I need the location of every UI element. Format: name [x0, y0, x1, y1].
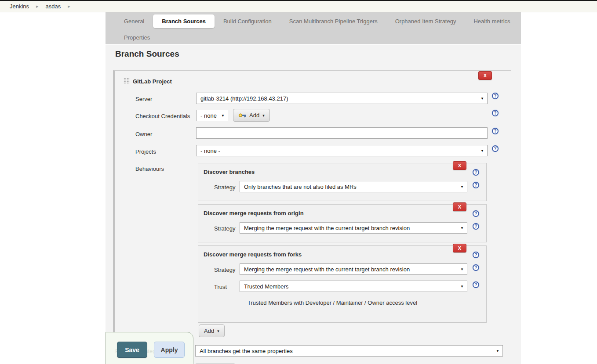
help-icon[interactable]: ?: [473, 210, 479, 217]
behaviour-panel-discover-branches: X Discover branches ? Strategy Only bran…: [198, 163, 487, 201]
remove-behaviour-button[interactable]: X: [453, 161, 466, 170]
strategy-label: Strategy: [214, 184, 235, 191]
gitlab-project-chunk: X GitLab Project Server gitlab-3214 (htt…: [113, 70, 511, 333]
tab-health-metrics[interactable]: Health metrics: [465, 14, 519, 28]
tab-branch-sources[interactable]: Branch Sources: [153, 14, 215, 28]
help-icon[interactable]: ?: [492, 128, 499, 134]
help-icon[interactable]: ?: [492, 93, 499, 99]
strategy-select-value: Merging the merge request with the curre…: [244, 225, 410, 231]
help-icon[interactable]: ?: [473, 223, 479, 230]
tab-row-2: Properties: [106, 30, 521, 45]
source-title: GitLab Project: [133, 78, 172, 85]
server-select[interactable]: gitlab-3214 (http://192.168.43.217) ▼: [196, 93, 488, 104]
trust-select-value: Trusted Members: [244, 283, 288, 290]
add-behaviour-button[interactable]: Add ▾: [199, 324, 225, 337]
behaviour-title: Discover merge requests from forks: [204, 251, 302, 258]
caret-down-icon: ▾: [217, 329, 219, 333]
owner-input[interactable]: [196, 127, 488, 139]
checkout-credentials-select[interactable]: - none - ▼: [196, 110, 228, 121]
property-strategy-value: All branches get the same properties: [200, 348, 293, 354]
property-strategy-select[interactable]: All branches get the same properties ▼: [195, 345, 503, 357]
page-title: Branch Sources: [115, 49, 179, 59]
select-caret-icon: ▼: [481, 149, 484, 153]
strategy-select[interactable]: Merging the merge request with the curre…: [240, 222, 467, 234]
save-button[interactable]: Save: [117, 342, 147, 358]
config-tab-bar: General Branch Sources Build Configurati…: [106, 12, 521, 44]
strategy-select[interactable]: Only branches that are not also filed as…: [240, 181, 467, 192]
add-behaviour-label: Add: [204, 328, 214, 334]
add-credentials-button[interactable]: Add ▾: [233, 109, 270, 122]
server-select-value: gitlab-3214 (http://192.168.43.217): [200, 95, 288, 102]
trust-select[interactable]: Trusted Members ▼: [240, 281, 467, 292]
select-caret-icon: ▼: [460, 267, 464, 271]
help-icon[interactable]: ?: [473, 169, 479, 176]
apply-button[interactable]: Apply: [154, 342, 185, 358]
bottom-save-sticker: Save Apply: [106, 332, 193, 364]
caret-down-icon: ▾: [262, 113, 265, 118]
projects-label: Projects: [135, 148, 156, 155]
help-icon[interactable]: ?: [473, 281, 479, 288]
key-icon: [238, 113, 246, 118]
strategy-label: Strategy: [214, 267, 235, 273]
strategy-select-value: Only branches that are not also filed as…: [244, 184, 357, 190]
projects-select-value: - none -: [200, 148, 220, 154]
tab-general[interactable]: General: [115, 14, 153, 28]
trust-label: Trust: [214, 284, 227, 290]
help-icon[interactable]: ?: [473, 264, 479, 271]
chevron-right-icon: ▸: [36, 4, 39, 9]
branch-sources-section: Branch Sources X GitLab Project Server g…: [106, 44, 521, 364]
trust-note: Trusted Members with Developer / Maintai…: [248, 299, 417, 306]
tab-properties[interactable]: Properties: [115, 31, 159, 44]
behaviour-panel-discover-mr-origin: X Discover merge requests from origin ? …: [198, 204, 487, 242]
select-caret-icon: ▼: [221, 114, 225, 118]
breadcrumb-asdas[interactable]: asdas: [46, 3, 61, 10]
help-icon[interactable]: ?: [492, 110, 499, 116]
strategy-select[interactable]: Merging the merge request with the curre…: [240, 263, 467, 275]
select-caret-icon: ▼: [460, 285, 464, 288]
behaviour-title: Discover branches: [204, 169, 255, 175]
select-caret-icon: ▼: [460, 226, 464, 230]
remove-behaviour-button[interactable]: X: [453, 202, 466, 211]
select-caret-icon: ▼: [496, 349, 499, 353]
server-label: Server: [135, 96, 152, 102]
tab-row-1: General Branch Sources Build Configurati…: [106, 14, 521, 29]
add-credentials-label: Add: [249, 112, 259, 119]
drag-handle-icon[interactable]: [124, 78, 130, 84]
tab-build-configuration[interactable]: Build Configuration: [215, 14, 280, 28]
tab-orphaned-item-strategy[interactable]: Orphaned Item Strategy: [386, 14, 465, 28]
strategy-label: Strategy: [214, 225, 235, 232]
remove-behaviour-button[interactable]: X: [453, 244, 466, 252]
config-content: General Branch Sources Build Configurati…: [106, 12, 521, 364]
select-caret-icon: ▼: [481, 97, 484, 101]
behaviour-title: Discover merge requests from origin: [204, 210, 304, 216]
projects-select[interactable]: - none - ▼: [196, 145, 488, 156]
chevron-right-icon: ▸: [68, 4, 70, 9]
help-icon[interactable]: ?: [473, 182, 479, 188]
tab-scan-multibranch-pipeline-triggers[interactable]: Scan Multibranch Pipeline Triggers: [280, 14, 386, 28]
breadcrumb: Jenkins ▸ asdas ▸: [0, 1, 597, 12]
select-caret-icon: ▼: [460, 185, 464, 189]
breadcrumb-jenkins[interactable]: Jenkins: [10, 3, 29, 10]
help-icon[interactable]: ?: [473, 252, 479, 258]
behaviours-label: Behaviours: [135, 166, 164, 172]
checkout-credentials-label: Checkout Credentials: [135, 113, 190, 119]
checkout-credentials-value: - none -: [200, 112, 218, 119]
behaviour-panel-discover-mr-forks: X Discover merge requests from forks ? S…: [198, 245, 487, 323]
owner-label: Owner: [135, 131, 152, 137]
remove-source-button[interactable]: X: [478, 71, 492, 80]
strategy-select-value: Merging the merge request with the curre…: [244, 266, 410, 273]
help-icon[interactable]: ?: [492, 145, 499, 152]
